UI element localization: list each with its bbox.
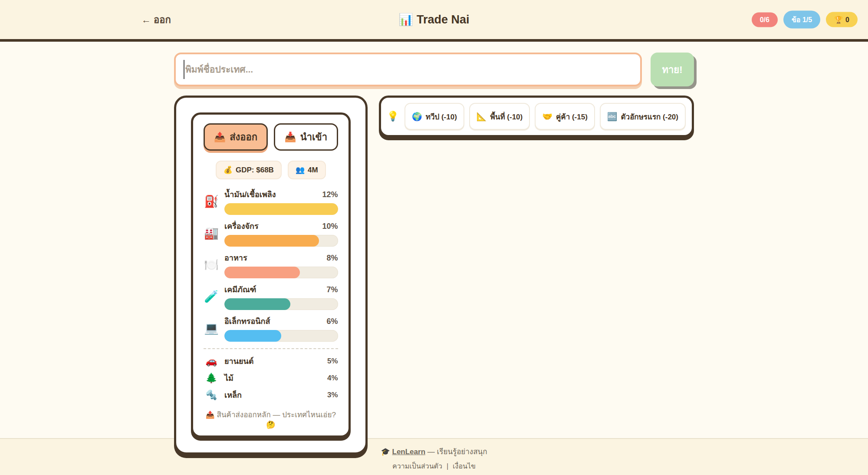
bar-main: อาหาร8% (224, 251, 338, 278)
bar-track (224, 298, 338, 310)
bar-fill (224, 203, 338, 215)
dashed-divider (204, 348, 338, 349)
top-bar: ← ออก 📊 Trade Nai 0/6 ข้อ 1/5 🏆 0 (0, 0, 868, 42)
inbox-tray-icon: 📥 (284, 132, 296, 143)
footer-tagline: — เรียนรู้อย่างสนุก (427, 448, 487, 456)
population-value: 4M (308, 166, 318, 175)
gdp-badge: 💰 GDP: $68B (216, 161, 282, 179)
lives-badge: 0/6 (752, 12, 778, 27)
abc-icon: 🔤 (607, 112, 618, 122)
content-row: 📤 ส่งออก 📥 นำเข้า 💰 GDP: $68B 👥 (174, 96, 694, 455)
nut-and-bolt-icon: 🔩 (204, 389, 219, 401)
light-bulb-icon: 💡 (387, 111, 399, 122)
export-item-row: 🧪เคมีภัณฑ์7% (204, 283, 338, 310)
item-label: ยานยนต์ (224, 355, 322, 367)
export-item-row: 🏭เครื่องจักร10% (204, 220, 338, 247)
fuel-pump-icon: ⛽ (204, 195, 219, 208)
item-percent: 12% (322, 190, 338, 199)
bar-fill (224, 235, 319, 247)
bar-track (224, 330, 338, 342)
hint-label: ทวีป (-10) (426, 111, 457, 122)
export-minor-list: 🚗ยานยนต์5%🌲ไม้4%🔩เหล็ก3% (204, 353, 338, 403)
terms-link[interactable]: เงื่อนไข (453, 462, 476, 470)
item-label: น้ำมัน/เชื้อเพลิง (224, 188, 276, 201)
hint-button-area[interactable]: 📐พื้นที่ (-10) (469, 103, 530, 130)
bar-main: น้ำมัน/เชื้อเพลิง12% (224, 188, 338, 215)
outbox-tray-icon: 📤 (214, 132, 226, 143)
text-caret (184, 60, 184, 79)
item-label: เหล็ก (224, 389, 322, 401)
item-label: เครื่องจักร (224, 220, 259, 232)
item-label: เคมีภัณฑ์ (224, 283, 256, 296)
tab-export[interactable]: 📤 ส่งออก (204, 123, 268, 151)
graduation-cap-icon: 🎓 (381, 448, 390, 456)
header-badges: 0/6 ข้อ 1/5 🏆 0 (752, 11, 858, 29)
item-percent: 8% (326, 254, 338, 263)
footer: 🎓 LenLearn — เรียนรู้อย่างสนุก ความเป็นส… (0, 438, 868, 475)
hint-label: ตัวอักษรแรก (-20) (621, 111, 678, 122)
bar-fill (224, 330, 281, 342)
lenlearn-link[interactable]: LenLearn (392, 448, 426, 456)
bar-fill (224, 298, 290, 310)
factory-icon: 🏭 (204, 226, 219, 240)
item-label: อาหาร (224, 251, 247, 264)
gdp-value: GDP: $68B (236, 166, 274, 175)
footer-brand-line: 🎓 LenLearn — เรียนรู้อย่างสนุก (0, 445, 868, 457)
export-item-row: 🚗ยานยนต์5% (204, 353, 338, 369)
bar-main: เครื่องจักร10% (224, 220, 338, 247)
item-percent: 4% (327, 374, 338, 383)
handshake-icon: 🤝 (542, 112, 552, 122)
export-item-row: 🍽️อาหาร8% (204, 251, 338, 278)
bar-track (224, 235, 338, 247)
export-item-row: 💻อิเล็กทรอนิกส์6% (204, 315, 338, 342)
item-percent: 3% (327, 391, 338, 399)
page-title: 📊 Trade Nai (398, 13, 469, 26)
privacy-link[interactable]: ความเป็นส่วนตัว (392, 462, 442, 470)
trade-card-inner: 📤 ส่งออก 📥 นำเข้า 💰 GDP: $68B 👥 (191, 112, 351, 438)
export-item-row: 🔩เหล็ก3% (204, 386, 338, 403)
trophy-icon: 🏆 (834, 16, 843, 24)
bar-fill (224, 267, 300, 278)
tab-import-label: นำเข้า (300, 129, 327, 145)
card-caption: 📤 สินค้าส่งออกหลัก — ประเทศไหนเอ่ย? 🤔 (204, 409, 338, 429)
round-badge: ข้อ 1/5 (783, 11, 820, 29)
laptop-icon: 💻 (204, 321, 219, 335)
bar-track (224, 203, 338, 215)
page-title-text: Trade Nai (417, 13, 470, 26)
hint-button-continent[interactable]: 🌍ทวีป (-10) (404, 103, 464, 130)
bar-main: อิเล็กทรอนิกส์6% (224, 315, 338, 342)
guess-input-wrap (174, 53, 642, 86)
hint-button-first-letter[interactable]: 🔤ตัวอักษรแรก (-20) (600, 103, 686, 130)
triangular-ruler-icon: 📐 (477, 112, 487, 122)
back-button[interactable]: ← ออก (139, 12, 174, 28)
bar-main: เคมีภัณฑ์7% (224, 283, 338, 310)
population-badge: 👥 4M (288, 161, 326, 179)
trade-tabs: 📤 ส่งออก 📥 นำเข้า (204, 123, 338, 151)
guess-submit-button[interactable]: ทาย! (651, 53, 694, 86)
item-percent: 10% (322, 222, 338, 231)
hint-label: คู่ค้า (-15) (556, 111, 588, 122)
car-icon: 🚗 (204, 356, 219, 367)
score-badge: 🏆 0 (826, 12, 858, 27)
item-percent: 6% (326, 317, 338, 326)
score-value: 0 (845, 16, 849, 23)
people-icon: 👥 (296, 165, 305, 175)
item-label: ไม้ (224, 372, 322, 384)
hint-button-trade-partner[interactable]: 🤝คู่ค้า (-15) (535, 103, 595, 130)
hint-buttons: 🌍ทวีป (-10)📐พื้นที่ (-10)🤝คู่ค้า (-15)🔤ต… (404, 103, 686, 130)
guess-row: ทาย! (174, 53, 694, 86)
export-bars: ⛽น้ำมัน/เชื้อเพลิง12%🏭เครื่องจักร10%🍽️อา… (204, 188, 338, 342)
footer-links: ความเป็นส่วนตัว|เงื่อนไข (0, 461, 868, 472)
hint-label: พื้นที่ (-10) (490, 111, 523, 122)
country-stats: 💰 GDP: $68B 👥 4M (204, 161, 338, 179)
test-tube-icon: 🧪 (204, 290, 219, 303)
trade-card: 📤 ส่งออก 📥 นำเข้า 💰 GDP: $68B 👥 (174, 96, 368, 455)
export-item-row: 🌲ไม้4% (204, 369, 338, 386)
item-percent: 5% (327, 357, 338, 366)
money-bag-icon: 💰 (224, 165, 233, 175)
tab-import[interactable]: 📥 นำเข้า (274, 123, 338, 151)
country-guess-input[interactable] (174, 53, 642, 86)
evergreen-tree-icon: 🌲 (204, 373, 219, 384)
item-label: อิเล็กทรอนิกส์ (224, 315, 270, 327)
export-item-row: ⛽น้ำมัน/เชื้อเพลิง12% (204, 188, 338, 215)
